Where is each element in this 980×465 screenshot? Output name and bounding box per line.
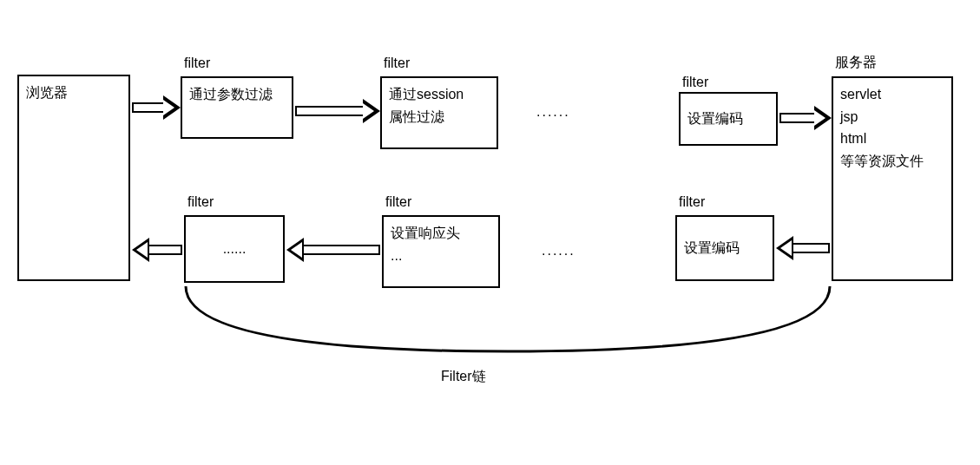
bottom-ellipsis: ...... xyxy=(542,243,576,259)
top-ellipsis: ...... xyxy=(536,104,570,120)
filter-label-top-1: filter xyxy=(184,56,210,71)
filter-chain-label: Filter链 xyxy=(441,368,486,386)
filter-chain-curve xyxy=(184,278,832,364)
server-line-4: 等等资源文件 xyxy=(840,150,944,173)
bottom-filter-1-box: ...... xyxy=(184,215,285,283)
bottom-filter-1-text: ...... xyxy=(223,238,247,260)
bottom-filter-3-text: 设置编码 xyxy=(684,237,740,259)
browser-label: 浏览器 xyxy=(26,85,68,100)
filter-label-bottom-2: filter xyxy=(385,194,411,210)
top-filter-2-box: 通过session 属性过滤 xyxy=(380,76,498,149)
server-box: servlet jsp html 等等资源文件 xyxy=(832,76,953,281)
top-filter-2-line1: 通过session xyxy=(389,83,490,106)
bottom-filter-2-line1: 设置响应头 xyxy=(391,222,491,245)
browser-box: 浏览器 xyxy=(17,75,130,281)
top-filter-3-text: 设置编码 xyxy=(687,108,743,130)
bottom-filter-3-box: 设置编码 xyxy=(675,215,774,281)
filter-label-bottom-1: filter xyxy=(187,194,214,210)
server-line-1: servlet xyxy=(840,83,944,106)
bottom-filter-2-line2: ... xyxy=(391,245,491,267)
filter-label-top-3: filter xyxy=(682,75,708,90)
top-filter-3-box: 设置编码 xyxy=(679,92,778,146)
server-line-2: jsp xyxy=(840,106,944,128)
filter-label-bottom-3: filter xyxy=(679,194,705,210)
top-filter-2-line2: 属性过滤 xyxy=(389,106,490,128)
server-title: 服务器 xyxy=(835,54,877,72)
top-filter-1-text: 通过参数过滤 xyxy=(189,87,273,102)
top-filter-1-box: 通过参数过滤 xyxy=(181,76,293,139)
server-line-3: html xyxy=(840,128,944,150)
filter-label-top-2: filter xyxy=(384,56,410,71)
